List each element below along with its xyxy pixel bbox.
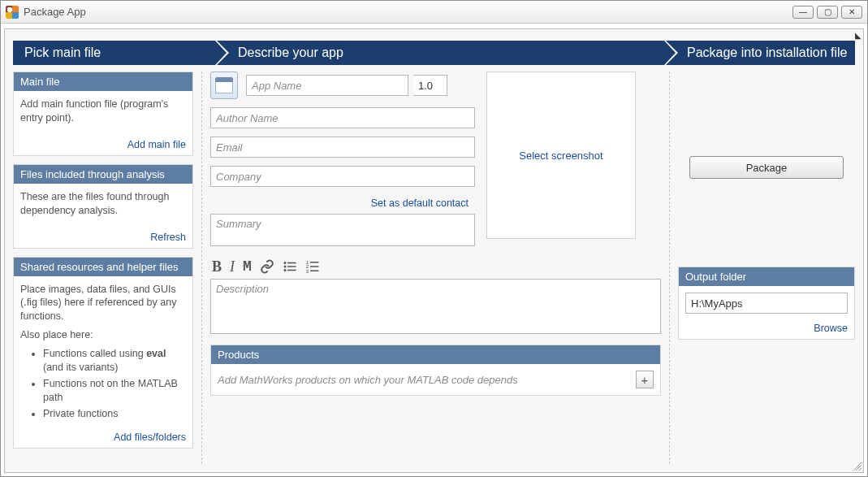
svg-rect-10	[310, 266, 319, 267]
select-screenshot-button[interactable]: Select screenshot	[486, 72, 636, 239]
column-package: Package Output folder Browse	[670, 72, 855, 464]
author-name-input[interactable]	[210, 107, 475, 128]
included-files-text: These are the files found through depend…	[20, 190, 186, 218]
italic-icon[interactable]: I	[230, 259, 235, 274]
svg-point-0	[283, 262, 286, 264]
included-files-header: Files included through analysis	[14, 165, 192, 184]
app-icon-picker[interactable]	[210, 72, 238, 99]
titlebar: Package App — ▢ ✕	[1, 1, 867, 24]
add-product-button[interactable]: +	[636, 371, 654, 388]
main-file-panel: Main file Add main function file (progra…	[13, 72, 193, 156]
describe-fields: Set as default contact	[210, 72, 475, 254]
output-folder-input[interactable]	[685, 293, 848, 314]
products-placeholder: Add MathWorks products on which your MAT…	[218, 374, 518, 386]
included-files-panel: Files included through analysis These ar…	[13, 164, 193, 249]
shared-li-eval: Functions called using eval (and its var…	[43, 347, 186, 375]
refresh-link[interactable]: Refresh	[150, 232, 186, 243]
app-area: ◣ Pick main file Describe your app Packa…	[4, 28, 864, 473]
step3-label: Package into installation file	[687, 46, 847, 60]
bullet-list-icon[interactable]	[283, 259, 297, 274]
main-file-body: Add main function file (program's entry …	[14, 91, 192, 137]
package-button[interactable]: Package	[689, 156, 844, 179]
maximize-button[interactable]: ▢	[817, 6, 838, 19]
svg-text:3: 3	[306, 269, 309, 274]
close-button[interactable]: ✕	[841, 6, 862, 19]
svg-rect-3	[287, 262, 296, 264]
column-describe-app: Set as default contact Select screenshot…	[201, 72, 670, 464]
step2-label: Describe your app	[238, 46, 343, 60]
step-describe-app: Describe your app	[215, 41, 664, 65]
monospace-icon[interactable]: M	[243, 259, 252, 274]
summary-input[interactable]	[210, 214, 475, 246]
window-title: Package App	[24, 6, 792, 18]
app-name-input[interactable]	[246, 75, 408, 96]
output-folder-panel: Output folder Browse	[678, 267, 855, 340]
columns: Main file Add main function file (progra…	[5, 65, 863, 472]
toolstrip-collapse-icon[interactable]: ◣	[855, 31, 862, 40]
shared-li-path: Functions not on the MATLAB path	[43, 377, 186, 405]
version-input[interactable]	[413, 75, 447, 96]
svg-rect-5	[287, 270, 296, 271]
window-controls: — ▢ ✕	[792, 6, 862, 19]
main-file-text: Add main function file (program's entry …	[20, 98, 186, 125]
package-button-label: Package	[746, 162, 788, 174]
browse-link[interactable]: Browse	[814, 323, 848, 334]
app-window: Package App — ▢ ✕ ◣ Pick main file Descr…	[0, 0, 868, 477]
products-header: Products	[211, 345, 660, 364]
shared-resources-panel: Shared resources and helper files Place …	[13, 257, 193, 449]
shared-resources-text2: Also place here:	[20, 328, 186, 342]
bold-icon[interactable]: B	[212, 259, 222, 274]
select-screenshot-label: Select screenshot	[519, 150, 602, 162]
numbered-list-icon[interactable]: 123	[305, 259, 320, 274]
minimize-button[interactable]: —	[792, 6, 814, 19]
step1-label: Pick main file	[24, 46, 101, 60]
company-input[interactable]	[210, 166, 475, 187]
step-pick-main-file: Pick main file	[13, 41, 215, 65]
add-main-file-link[interactable]: Add main file	[127, 139, 186, 150]
output-folder-header: Output folder	[679, 267, 854, 286]
svg-rect-9	[310, 262, 319, 263]
svg-rect-11	[310, 271, 319, 272]
svg-rect-4	[287, 266, 296, 267]
included-files-body: These are the files found through depend…	[14, 184, 192, 229]
link-icon[interactable]	[260, 259, 274, 274]
set-default-contact-link[interactable]: Set as default contact	[371, 197, 469, 209]
email-input[interactable]	[210, 137, 475, 158]
products-panel: Products Add MathWorks products on which…	[210, 345, 661, 396]
description-toolbar: B I M 123	[210, 254, 661, 279]
shared-li-private: Private functions	[43, 407, 186, 421]
matlab-logo-icon	[6, 6, 19, 19]
column-pick-main-file: Main file Add main function file (progra…	[13, 72, 201, 464]
shared-resources-list: Functions called using eval (and its var…	[20, 347, 186, 420]
step-package-file: Package into installation file	[664, 41, 855, 65]
add-files-folders-link[interactable]: Add files/folders	[114, 431, 186, 443]
description-input[interactable]	[210, 279, 661, 334]
svg-point-2	[283, 269, 286, 271]
workflow-steps: Pick main file Describe your app Package…	[13, 41, 855, 65]
main-file-header: Main file	[14, 72, 192, 91]
shared-resources-body: Place images, data files, and GUIs (.fig…	[14, 276, 192, 430]
shared-resources-text1: Place images, data files, and GUIs (.fig…	[20, 283, 186, 324]
svg-point-1	[283, 266, 286, 268]
shared-resources-header: Shared resources and helper files	[14, 258, 192, 276]
resize-grip-icon[interactable]	[852, 461, 862, 470]
